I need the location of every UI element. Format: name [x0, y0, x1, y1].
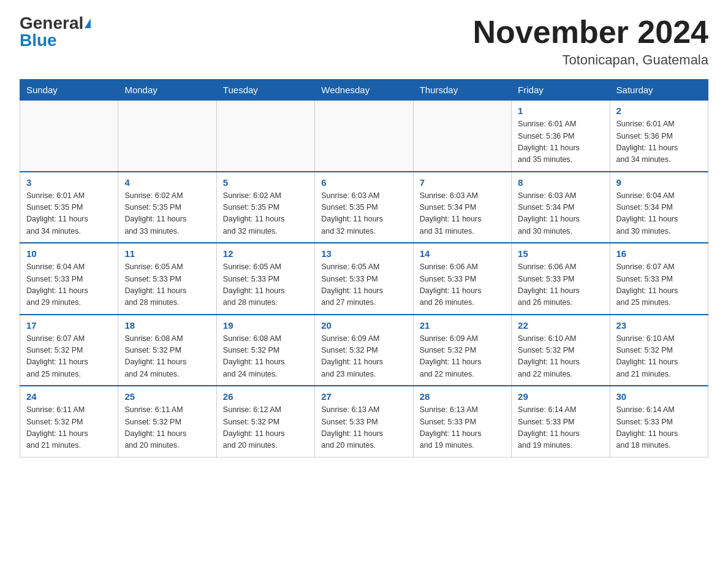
day-info: Sunrise: 6:14 AMSunset: 5:33 PMDaylight:… [616, 404, 702, 452]
calendar-cell: 19Sunrise: 6:08 AMSunset: 5:32 PMDayligh… [216, 315, 314, 386]
calendar-cell [20, 101, 118, 172]
day-number: 23 [616, 320, 702, 331]
day-info: Sunrise: 6:04 AMSunset: 5:34 PMDaylight:… [616, 190, 702, 238]
calendar-cell: 21Sunrise: 6:09 AMSunset: 5:32 PMDayligh… [413, 315, 511, 386]
page-header: General Blue November 2024 Totonicapan, … [20, 15, 708, 68]
calendar-cell: 24Sunrise: 6:11 AMSunset: 5:32 PMDayligh… [20, 386, 118, 457]
day-number: 20 [321, 320, 406, 331]
calendar-cell: 1Sunrise: 6:01 AMSunset: 5:36 PMDaylight… [512, 101, 610, 172]
day-info: Sunrise: 6:05 AMSunset: 5:33 PMDaylight:… [321, 261, 406, 309]
day-number: 26 [223, 391, 308, 402]
day-number: 24 [26, 391, 112, 402]
calendar-cell [216, 101, 314, 172]
calendar-cell: 9Sunrise: 6:04 AMSunset: 5:34 PMDaylight… [610, 172, 708, 243]
calendar-cell: 16Sunrise: 6:07 AMSunset: 5:33 PMDayligh… [610, 243, 708, 315]
day-info: Sunrise: 6:01 AMSunset: 5:35 PMDaylight:… [26, 190, 112, 238]
day-info: Sunrise: 6:11 AMSunset: 5:32 PMDaylight:… [124, 404, 210, 452]
day-number: 17 [26, 320, 112, 331]
day-info: Sunrise: 6:08 AMSunset: 5:32 PMDaylight:… [223, 333, 308, 381]
calendar-week-row: 3Sunrise: 6:01 AMSunset: 5:35 PMDaylight… [20, 172, 708, 243]
day-info: Sunrise: 6:03 AMSunset: 5:34 PMDaylight:… [518, 190, 603, 238]
calendar-cell: 10Sunrise: 6:04 AMSunset: 5:33 PMDayligh… [20, 243, 118, 315]
calendar-cell: 18Sunrise: 6:08 AMSunset: 5:32 PMDayligh… [118, 315, 216, 386]
day-number: 21 [420, 320, 505, 331]
calendar-header-row: SundayMondayTuesdayWednesdayThursdayFrid… [20, 80, 708, 101]
day-number: 28 [420, 391, 505, 402]
day-number: 19 [223, 320, 308, 331]
calendar-cell: 5Sunrise: 6:02 AMSunset: 5:35 PMDaylight… [216, 172, 314, 243]
day-number: 30 [616, 391, 702, 402]
calendar-week-row: 17Sunrise: 6:07 AMSunset: 5:32 PMDayligh… [20, 315, 708, 386]
column-header-thursday: Thursday [413, 80, 511, 101]
calendar-cell: 2Sunrise: 6:01 AMSunset: 5:36 PMDaylight… [610, 101, 708, 172]
day-info: Sunrise: 6:09 AMSunset: 5:32 PMDaylight:… [420, 333, 505, 381]
day-info: Sunrise: 6:13 AMSunset: 5:33 PMDaylight:… [420, 404, 505, 452]
calendar-cell: 28Sunrise: 6:13 AMSunset: 5:33 PMDayligh… [413, 386, 511, 457]
day-info: Sunrise: 6:05 AMSunset: 5:33 PMDaylight:… [223, 261, 308, 309]
calendar-cell: 7Sunrise: 6:03 AMSunset: 5:34 PMDaylight… [413, 172, 511, 243]
day-info: Sunrise: 6:10 AMSunset: 5:32 PMDaylight:… [616, 333, 702, 381]
day-number: 16 [616, 248, 702, 259]
day-number: 12 [223, 248, 308, 259]
calendar-table: SundayMondayTuesdayWednesdayThursdayFrid… [20, 79, 708, 458]
logo-blue-text: Blue [20, 32, 57, 49]
day-info: Sunrise: 6:13 AMSunset: 5:33 PMDaylight:… [321, 404, 406, 452]
day-info: Sunrise: 6:06 AMSunset: 5:33 PMDaylight:… [420, 261, 505, 309]
day-number: 7 [420, 177, 505, 188]
column-header-friday: Friday [512, 80, 610, 101]
calendar-week-row: 1Sunrise: 6:01 AMSunset: 5:36 PMDaylight… [20, 101, 708, 172]
logo-triangle-icon [85, 18, 91, 28]
calendar-cell: 13Sunrise: 6:05 AMSunset: 5:33 PMDayligh… [315, 243, 413, 315]
calendar-cell: 11Sunrise: 6:05 AMSunset: 5:33 PMDayligh… [118, 243, 216, 315]
calendar-cell: 4Sunrise: 6:02 AMSunset: 5:35 PMDaylight… [118, 172, 216, 243]
calendar-cell: 6Sunrise: 6:03 AMSunset: 5:35 PMDaylight… [315, 172, 413, 243]
day-info: Sunrise: 6:06 AMSunset: 5:33 PMDaylight:… [518, 261, 603, 309]
day-number: 13 [321, 248, 406, 259]
calendar-cell: 22Sunrise: 6:10 AMSunset: 5:32 PMDayligh… [512, 315, 610, 386]
day-info: Sunrise: 6:05 AMSunset: 5:33 PMDaylight:… [124, 261, 210, 309]
day-info: Sunrise: 6:07 AMSunset: 5:33 PMDaylight:… [616, 261, 702, 309]
day-number: 10 [26, 248, 112, 259]
day-info: Sunrise: 6:01 AMSunset: 5:36 PMDaylight:… [616, 118, 702, 166]
calendar-cell [118, 101, 216, 172]
day-number: 5 [223, 177, 308, 188]
month-title: November 2024 [473, 15, 708, 50]
day-info: Sunrise: 6:09 AMSunset: 5:32 PMDaylight:… [321, 333, 406, 381]
day-number: 11 [124, 248, 210, 259]
calendar-cell [315, 101, 413, 172]
calendar-cell: 30Sunrise: 6:14 AMSunset: 5:33 PMDayligh… [610, 386, 708, 457]
calendar-cell: 8Sunrise: 6:03 AMSunset: 5:34 PMDaylight… [512, 172, 610, 243]
calendar-cell: 14Sunrise: 6:06 AMSunset: 5:33 PMDayligh… [413, 243, 511, 315]
day-info: Sunrise: 6:08 AMSunset: 5:32 PMDaylight:… [124, 333, 210, 381]
calendar-cell: 27Sunrise: 6:13 AMSunset: 5:33 PMDayligh… [315, 386, 413, 457]
day-info: Sunrise: 6:11 AMSunset: 5:32 PMDaylight:… [26, 404, 112, 452]
location-subtitle: Totonicapan, Guatemala [473, 52, 708, 68]
day-info: Sunrise: 6:03 AMSunset: 5:35 PMDaylight:… [321, 190, 406, 238]
calendar-cell: 3Sunrise: 6:01 AMSunset: 5:35 PMDaylight… [20, 172, 118, 243]
calendar-cell: 26Sunrise: 6:12 AMSunset: 5:32 PMDayligh… [216, 386, 314, 457]
calendar-cell [413, 101, 511, 172]
day-number: 27 [321, 391, 406, 402]
calendar-cell: 23Sunrise: 6:10 AMSunset: 5:32 PMDayligh… [610, 315, 708, 386]
logo: General Blue [20, 15, 91, 49]
day-info: Sunrise: 6:10 AMSunset: 5:32 PMDaylight:… [518, 333, 603, 381]
day-number: 2 [616, 105, 702, 116]
day-info: Sunrise: 6:12 AMSunset: 5:32 PMDaylight:… [223, 404, 308, 452]
column-header-tuesday: Tuesday [216, 80, 314, 101]
calendar-cell: 25Sunrise: 6:11 AMSunset: 5:32 PMDayligh… [118, 386, 216, 457]
day-number: 18 [124, 320, 210, 331]
calendar-cell: 20Sunrise: 6:09 AMSunset: 5:32 PMDayligh… [315, 315, 413, 386]
day-info: Sunrise: 6:01 AMSunset: 5:36 PMDaylight:… [518, 118, 603, 166]
calendar-cell: 17Sunrise: 6:07 AMSunset: 5:32 PMDayligh… [20, 315, 118, 386]
day-number: 6 [321, 177, 406, 188]
day-number: 14 [420, 248, 505, 259]
day-number: 25 [124, 391, 210, 402]
column-header-monday: Monday [118, 80, 216, 101]
day-info: Sunrise: 6:03 AMSunset: 5:34 PMDaylight:… [420, 190, 505, 238]
day-info: Sunrise: 6:02 AMSunset: 5:35 PMDaylight:… [223, 190, 308, 238]
logo-general-text: General [20, 15, 83, 32]
day-number: 4 [124, 177, 210, 188]
day-info: Sunrise: 6:07 AMSunset: 5:32 PMDaylight:… [26, 333, 112, 381]
calendar-cell: 29Sunrise: 6:14 AMSunset: 5:33 PMDayligh… [512, 386, 610, 457]
day-number: 8 [518, 177, 603, 188]
